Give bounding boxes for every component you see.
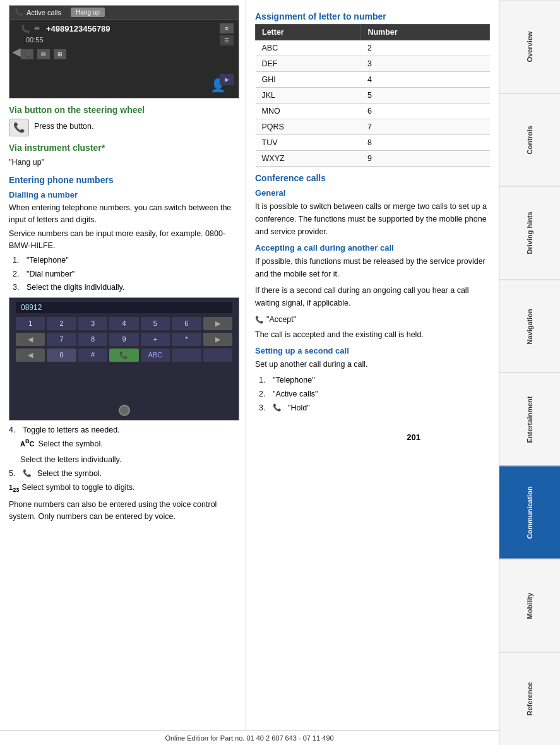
- key-4[interactable]: 4: [109, 317, 138, 330]
- press-button-text: Press the button.: [34, 121, 94, 133]
- via-instrument-heading: Via instrument cluster*: [9, 143, 237, 153]
- tab-driving-hints[interactable]: Driving hints: [499, 186, 560, 280]
- key-empty1: [172, 349, 201, 362]
- key-2[interactable]: 2: [47, 317, 76, 330]
- general-text: It is possible to switch between calls o…: [255, 200, 490, 238]
- conference-section: Conference calls General It is possible …: [255, 173, 490, 414]
- dialpad-inner: 08912 1 2 3 4 5 6 ▶ ◀ 7 8: [9, 298, 239, 420]
- accepting-text1: If possible, this functions must be rele…: [255, 255, 490, 280]
- tab-overview[interactable]: Overview: [499, 0, 560, 93]
- page-number-area: 201: [255, 432, 490, 442]
- footer-text: Online Edition for Part no. 01 40 2 607 …: [165, 734, 333, 742]
- key-nav-left2[interactable]: ◀: [16, 333, 45, 346]
- abc-symbol: ABC: [20, 438, 35, 448]
- second-call-steps: 1. "Telephone" 2. "Active calls" 3. 📞 "H…: [259, 374, 490, 414]
- table-cell-5-1: 7: [361, 119, 490, 135]
- key-7[interactable]: 7: [47, 333, 76, 346]
- key-1[interactable]: 1: [16, 317, 45, 330]
- call-time: 00:55: [21, 35, 110, 44]
- table-cell-4-0: MNO: [256, 104, 361, 119]
- tab-mobility[interactable]: Mobility: [499, 559, 560, 652]
- general-subheading: General: [255, 188, 490, 198]
- via-instrument-section: Via instrument cluster* "Hang up": [9, 143, 237, 169]
- table-cell-2-1: 4: [361, 72, 490, 88]
- accepting-text2: If there is a second call during an ongo…: [255, 284, 490, 309]
- phone-step5-icon: 📞: [23, 468, 32, 480]
- key-nav-right[interactable]: ▶: [203, 317, 232, 330]
- conference-heading: Conference calls: [255, 173, 490, 183]
- table-cell-0-1: 2: [361, 40, 490, 56]
- step-4-text: Toggle to letters as needed.: [23, 424, 120, 436]
- sc-step-2: 2. "Active calls": [259, 388, 490, 400]
- hang-up-instrument-text: "Hang up": [9, 157, 237, 169]
- table-row: JKL5: [256, 88, 490, 104]
- accepting-text3: The call is accepted and the existing ca…: [255, 328, 490, 341]
- entering-numbers-section: Entering phone numbers Dialling a number…: [9, 175, 237, 523]
- table-cell-1-1: 3: [361, 56, 490, 72]
- table-cell-3-0: JKL: [256, 88, 361, 104]
- table-cell-1-0: DEF: [256, 56, 361, 72]
- tab-reference[interactable]: Reference: [499, 652, 560, 746]
- col-header-letter: Letter: [256, 25, 361, 40]
- sc-step-1: 1. "Telephone": [259, 374, 490, 386]
- steering-wheel-button-icon: 📞: [9, 119, 29, 136]
- key-6[interactable]: 6: [172, 317, 201, 330]
- hang-up-btn[interactable]: Hang up: [71, 8, 105, 17]
- key-nav-left3[interactable]: ◀: [16, 349, 45, 362]
- sc-step-3-num: 3.: [259, 402, 269, 414]
- key-5[interactable]: 5: [141, 317, 170, 330]
- table-row: PQRS7: [256, 119, 490, 135]
- key-3[interactable]: 3: [78, 317, 107, 330]
- table-cell-4-1: 6: [361, 104, 490, 119]
- sc-step-2-text: "Active calls": [273, 388, 318, 400]
- step-1-num: 1.: [13, 254, 23, 266]
- dialpad-screenshot: 08912 1 2 3 4 5 6 ▶ ◀ 7 8: [9, 297, 239, 420]
- table-cell-6-0: TUV: [256, 135, 361, 151]
- tab-controls[interactable]: Controls: [499, 93, 560, 187]
- step-4a-text: Select the symbol.: [39, 438, 103, 450]
- step-3: 3. Select the digits individually.: [13, 282, 237, 294]
- table-row: GHI4: [256, 72, 490, 88]
- step-5b: 123 Select symbol to toggle to digits.: [9, 482, 237, 496]
- sc-step-1-text: "Telephone": [273, 374, 315, 386]
- key-nav-right2[interactable]: ▶: [203, 333, 232, 346]
- table-row: TUV8: [256, 135, 490, 151]
- key-plus[interactable]: +: [141, 333, 170, 346]
- step-5: 5. 📞 Select the symbol.: [9, 468, 237, 480]
- phone-hold-icon: 📞: [273, 402, 282, 414]
- key-hash[interactable]: #: [78, 349, 107, 362]
- tab-navigation[interactable]: Navigation: [499, 280, 560, 373]
- screenshot-header: 📞 Active calls Hang up: [9, 6, 239, 20]
- table-cell-3-1: 5: [361, 88, 490, 104]
- second-call-intro: Set up another call during a call.: [255, 358, 490, 371]
- step-4-num: 4.: [9, 424, 19, 436]
- tab-entertainment[interactable]: Entertainment: [499, 372, 560, 466]
- assignment-table: Letter Number ABC2DEF3GHI4JKL5MNO6PQRS7T…: [255, 24, 490, 167]
- step-3-num: 3.: [13, 282, 23, 294]
- sc-step-3-text: "Hold": [288, 402, 310, 414]
- step-5-text: Select the symbol.: [37, 468, 102, 480]
- step-4: 4. Toggle to letters as needed.: [9, 424, 237, 436]
- key-0[interactable]: 0: [47, 349, 76, 362]
- via-button-heading: Via button on the steering wheel: [9, 105, 237, 115]
- table-row: WXYZ9: [256, 151, 490, 167]
- page-number: 201: [255, 432, 490, 442]
- nav-left-arrow: ◀: [12, 45, 21, 59]
- step-2-num: 2.: [13, 268, 23, 280]
- table-cell-5-0: PQRS: [256, 119, 361, 135]
- phone-screen-icon: 📞: [15, 8, 23, 16]
- key-9[interactable]: 9: [109, 333, 138, 346]
- table-cell-6-1: 8: [361, 135, 490, 151]
- body-final-text: Phone numbers can also be entered using …: [9, 499, 237, 523]
- step-4b-text: Select the letters individually.: [20, 454, 237, 466]
- dialling-body1: When entering telephone numbers, you can…: [9, 202, 237, 226]
- phone-number: +4989123456789: [46, 24, 110, 33]
- assignment-section: Assignment of letter to number Letter Nu…: [255, 11, 490, 167]
- key-star[interactable]: *: [172, 333, 201, 346]
- phone-accept-icon: 📞: [255, 316, 264, 324]
- key-abc[interactable]: ABC: [141, 349, 170, 362]
- key-phone-call[interactable]: 📞: [109, 349, 138, 362]
- tab-communication[interactable]: Communication: [499, 466, 560, 559]
- via-button-section: Via button on the steering wheel 📞 Press…: [9, 105, 237, 136]
- key-8[interactable]: 8: [78, 333, 107, 346]
